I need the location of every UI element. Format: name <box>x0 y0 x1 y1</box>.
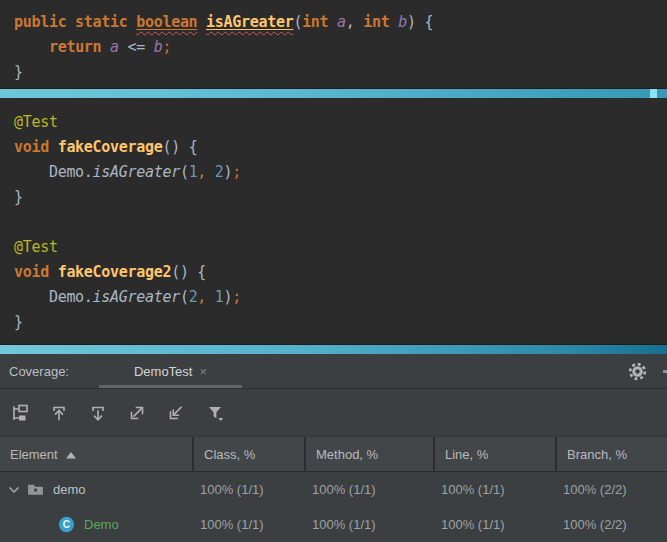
splitter-thumb[interactable] <box>650 89 657 98</box>
element-cell: CDemo <box>0 516 192 533</box>
close-icon[interactable]: × <box>199 365 207 378</box>
element-label: Demo <box>84 517 119 532</box>
gear-icon[interactable] <box>626 360 649 383</box>
tab-label: DemoTest <box>134 364 193 379</box>
coverage-value-cell: 100% (1/1) <box>192 517 304 532</box>
splitter-horizontal-bottom[interactable] <box>0 344 667 354</box>
coverage-table-body: demo100% (1/1)100% (1/1)100% (1/1)100% (… <box>0 472 667 542</box>
hide-icon-partial[interactable] <box>663 370 667 373</box>
column-label: Class, % <box>204 447 255 462</box>
code-line[interactable]: Demo.isAGreater(2, 1); <box>14 285 667 310</box>
column-label: Method, % <box>316 447 378 462</box>
tab-demotest[interactable]: DemoTest × <box>99 354 242 389</box>
coverage-tab-bar: Coverage: DemoTest × <box>0 354 667 389</box>
column-label: Element <box>10 447 58 462</box>
code-line[interactable] <box>14 210 667 235</box>
code-line[interactable]: @Test <box>14 235 667 260</box>
coverage-table-header: ElementClass, %Method, %Line, %Branch, % <box>0 437 667 472</box>
coverage-value-cell: 100% (1/1) <box>304 482 433 497</box>
filter-icon[interactable] <box>205 403 225 423</box>
svg-text:C: C <box>63 519 70 530</box>
editor-test-snippet[interactable]: @Testvoid fakeCoverage() { Demo.isAGreat… <box>0 98 667 344</box>
code-line[interactable]: } <box>14 60 667 85</box>
coverage-window-title: Coverage: <box>9 364 69 379</box>
column-header-method[interactable]: Method, % <box>304 437 433 471</box>
chevron-down-icon[interactable] <box>6 482 22 498</box>
coverage-value-cell: 100% (1/1) <box>304 517 433 532</box>
column-header-branch[interactable]: Branch, % <box>555 437 667 471</box>
splitter-horizontal-top[interactable] <box>0 88 667 98</box>
class-icon: C <box>58 516 75 533</box>
code-line[interactable]: void fakeCoverage2() { <box>14 260 667 285</box>
sort-ascending-icon <box>66 447 76 462</box>
element-label: demo <box>53 482 86 497</box>
expand-diagonal-icon[interactable] <box>127 403 147 423</box>
coverage-toolbar <box>0 389 667 437</box>
navigate-down-icon[interactable] <box>88 403 108 423</box>
column-label: Line, % <box>445 447 488 462</box>
code-line[interactable]: void fakeCoverage() { <box>14 135 667 160</box>
package-icon <box>27 481 44 498</box>
ide-window: public static boolean isAGreater(int a, … <box>0 0 667 542</box>
element-cell: demo <box>0 481 192 498</box>
coverage-value-cell: 100% (2/2) <box>555 517 667 532</box>
column-header-line[interactable]: Line, % <box>433 437 555 471</box>
code-line[interactable]: public static boolean isAGreater(int a, … <box>14 10 667 35</box>
navigate-up-icon[interactable] <box>49 403 69 423</box>
table-row[interactable]: demo100% (1/1)100% (1/1)100% (1/1)100% (… <box>0 472 667 507</box>
table-row[interactable]: CDemo100% (1/1)100% (1/1)100% (1/1)100% … <box>0 507 667 542</box>
column-header-element[interactable]: Element <box>0 437 192 471</box>
flatten-packages-icon[interactable] <box>10 403 30 423</box>
column-label: Branch, % <box>567 447 627 462</box>
code-line[interactable]: return a <= b; <box>14 35 667 60</box>
coverage-tool-window: Coverage: DemoTest × ElementClass, %Meth… <box>0 354 667 542</box>
coverage-value-cell: 100% (1/1) <box>433 517 555 532</box>
code-line[interactable]: @Test <box>14 110 667 135</box>
coverage-value-cell: 100% (1/1) <box>433 482 555 497</box>
coverage-value-cell: 100% (1/1) <box>192 482 304 497</box>
code-line[interactable]: Demo.isAGreater(1, 2); <box>14 160 667 185</box>
column-header-class[interactable]: Class, % <box>192 437 304 471</box>
editor-source-snippet[interactable]: public static boolean isAGreater(int a, … <box>0 0 667 88</box>
active-tab-indicator <box>99 385 242 388</box>
code-line[interactable]: } <box>14 185 667 210</box>
collapse-diagonal-icon[interactable] <box>166 403 186 423</box>
code-line[interactable]: } <box>14 310 667 335</box>
coverage-value-cell: 100% (2/2) <box>555 482 667 497</box>
